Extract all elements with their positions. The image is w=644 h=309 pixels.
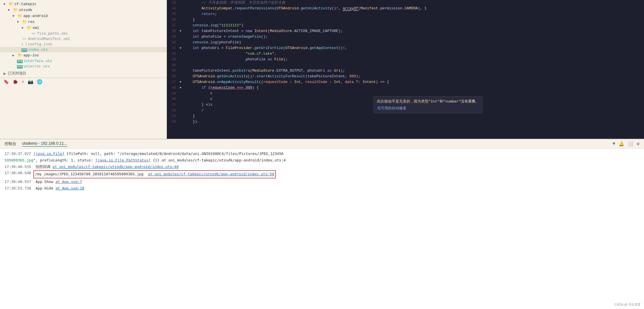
tree-arrow-spacer1: ▶ xyxy=(26,32,31,35)
console-area: 控制台 utsdemo - 192.168.0.11... ▼ 🔔 ⬜ ⚙ 17… xyxy=(0,139,644,309)
folder-icon-res: 📁 xyxy=(21,20,27,24)
fold-41[interactable]: ▼ xyxy=(178,45,183,51)
log-line-1b: 595009365.jpg ", prefixLength: 1, status… xyxy=(5,157,639,163)
log-line-5: 17:30:53.736 App Hide at App.vue:10 xyxy=(5,186,639,191)
toolbar-icon-camera[interactable]: 📷 xyxy=(28,79,33,85)
code-line-39: 39 let photoFile = createImageFile(); xyxy=(167,34,644,40)
tree-arrow-spacer5: ▶ xyxy=(12,59,17,63)
fold-38[interactable]: ▼ xyxy=(178,28,183,34)
toolbar-icon-bookmark[interactable]: 🔖 xyxy=(3,79,9,85)
code-editor: 33 // 不具备权限，申请权限，并且告知用户监听失败 34 ActivityC… xyxy=(167,0,644,139)
uts-icon-index: UTS xyxy=(21,48,27,52)
code-line-43: 43 photoFile as File); xyxy=(167,57,644,62)
log-line-2: 17:30:40.535 拍照回调 at uni_modules/cf-take… xyxy=(5,164,639,170)
tooltip-action[interactable]: 无可用的自动修复 xyxy=(377,106,479,111)
log-link-index-50[interactable]: at uni_modules/cf-takepic/utssdk/app-and… xyxy=(148,172,274,176)
tree-arrow-res[interactable]: ▼ xyxy=(17,20,21,24)
tree-label-xml: xml xyxy=(33,26,39,30)
tree-arrow-app-ios[interactable]: ▶ xyxy=(12,54,17,57)
xml-icon-file-paths: <> xyxy=(31,32,36,35)
tree-item-res[interactable]: ▼ 📁 res xyxy=(0,19,167,25)
tree-item-app-android[interactable]: ▼ 📁 app-android xyxy=(0,13,167,19)
tree-item-android-manifest[interactable]: ▶ <> AndroidManifest.xml xyxy=(0,36,167,42)
log-link-java-file[interactable]: [java.io.File] xyxy=(33,151,64,157)
log-link-path-status[interactable]: [java.io.File.PathStatus] xyxy=(95,157,151,163)
tree-arrow-app-android[interactable]: ▼ xyxy=(12,14,17,18)
log-link-index-49[interactable]: at uni_modules/cf-takepic/utssdk/app-and… xyxy=(53,164,179,170)
code-line-33: 33 // 不具备权限，申请权限，并且告知用户监听失败 xyxy=(167,0,644,6)
tree-label-app-ios: app-ios xyxy=(23,53,39,57)
tree-item-unierror-uts[interactable]: ▶ UTS unierror.uts xyxy=(0,64,167,69)
console-external-icon[interactable]: ⬜ xyxy=(628,141,633,147)
code-line-53: 53 } xyxy=(167,113,644,119)
tree-item-interface-uts[interactable]: ▶ UTS interface.uts xyxy=(0,58,167,64)
code-content[interactable]: 33 // 不具备权限，申请权限，并且告知用户监听失败 34 ActivityC… xyxy=(167,0,644,139)
closed-projects[interactable]: ▶ 已关闭项目 xyxy=(0,69,167,78)
console-tab-label[interactable]: 控制台 xyxy=(5,141,16,146)
log-highlight-path: /my_images/JPEG_123456789_28581107465950… xyxy=(33,170,276,178)
tree-label-index-uts: index.uts xyxy=(28,48,48,52)
tooltip-box: 此比较似乎是无意的，因为类型"Int"和"number"没有重叠。 无可用的自动… xyxy=(373,96,483,113)
tree-item-utssdk[interactable]: ▼ 📁 utssdk xyxy=(0,7,167,13)
console-header: 控制台 utsdemo - 192.168.0.11... ▼ 🔔 ⬜ ⚙ xyxy=(0,139,644,149)
toolbar-icon-lightning[interactable]: ⚡ xyxy=(21,79,24,85)
folder-icon-app-android: 📁 xyxy=(17,14,23,18)
tree-label-interface-uts: interface.uts xyxy=(23,59,52,63)
folder-icon-app-ios: 📁 xyxy=(17,53,23,58)
tree-label-utssdk: utssdk xyxy=(19,8,32,12)
folder-icon-xml: 📁 xyxy=(26,25,32,30)
tree-arrow-cf-takepic[interactable]: ▼ xyxy=(3,3,8,6)
tree-arrow-spacer6: ▶ xyxy=(12,65,17,68)
tree-label-config-json: config.json xyxy=(28,42,52,46)
tree-label-android-manifest: AndroidManifest.xml xyxy=(28,37,70,41)
tree-item-app-ios[interactable]: ▶ 📁 app-ios xyxy=(0,52,167,58)
fold-47[interactable]: ▼ xyxy=(178,79,183,85)
tree-arrow-xml[interactable]: ▼ xyxy=(21,26,26,30)
log-line-4: 17:30:40.557 App Show at App.vue:7 xyxy=(5,179,639,185)
code-line-46: 46 UTSAndroid.getUniActivity()!.startAct… xyxy=(167,74,644,79)
code-line-40: 40 console.log(photoFile) xyxy=(167,40,644,45)
code-line-54: 54 }). xyxy=(167,119,644,125)
log-link-app-vue-7[interactable]: at App.vue:7 xyxy=(55,179,82,185)
tree-arrow-spacer4: ▶ xyxy=(17,48,21,52)
uts-icon-unierror: UTS xyxy=(17,64,23,69)
toolbar-icon-globe[interactable]: 🌐 xyxy=(37,79,42,85)
tree-item-file-paths-xml[interactable]: ▶ <> file_paths.xml xyxy=(0,31,167,36)
xml-icon-manifest: <> xyxy=(21,37,27,41)
console-body: 17:30:37.927 [java.io.File] {filePath: n… xyxy=(0,149,644,309)
closed-projects-arrow: ▶ xyxy=(3,71,6,76)
main-area: ▼ 📁 cf-takepic ▼ 📁 utssdk ▼ 📁 app-androi… xyxy=(0,0,644,139)
code-line-44: 44 xyxy=(167,62,644,68)
code-line-42: 42 "com.cf.take", xyxy=(167,51,644,57)
console-device-label[interactable]: utsdemo - 192.168.0.11... xyxy=(22,141,67,147)
console-warning-icon[interactable]: 🔔 xyxy=(619,141,624,147)
log-link-app-vue-10[interactable]: at App.vue:10 xyxy=(55,186,84,191)
tree-label-unierror-uts: unierror.uts xyxy=(23,64,50,69)
closed-projects-label: 已关闭项目 xyxy=(8,71,26,76)
console-header-right: ▼ 🔔 ⬜ ⚙ xyxy=(613,141,639,147)
code-line-49: 49 c xyxy=(167,91,644,96)
tree-label-res: res xyxy=(28,20,35,24)
console-settings-icon[interactable]: ⚙ xyxy=(637,141,639,147)
console-dropdown-icon[interactable]: ▼ xyxy=(613,141,615,146)
tree-label-cf-takepic: cf-takepic xyxy=(14,2,36,6)
code-line-38: 38 ▼ let takePictureIntent = new Intent(… xyxy=(167,28,644,34)
tree-item-xml[interactable]: ▼ 📁 xml xyxy=(0,25,167,31)
code-line-37: 37 console.log("11111111") xyxy=(167,23,644,28)
code-line-41: 41 ▼ let photoUri = FileProvider.getUriF… xyxy=(167,45,644,51)
fold-48[interactable]: ▼ xyxy=(178,85,183,91)
tree-item-cf-takepic[interactable]: ▼ 📁 cf-takepic xyxy=(0,1,167,7)
tree-arrow-spacer3: ▶ xyxy=(17,42,21,46)
folder-icon-cf-takepic: 📁 xyxy=(8,2,14,7)
code-line-45: 45 takePictureIntent.putExtra(MediaStore… xyxy=(167,68,644,74)
tree-arrow-utssdk[interactable]: ▼ xyxy=(8,8,12,12)
toolbar-icon-bug[interactable]: 🐞 xyxy=(12,79,18,85)
code-line-47: 47 ▼ UTSAndroid.onAppActivityResult((req… xyxy=(167,79,644,85)
tooltip-warning: 此比较似乎是无意的，因为类型"Int"和"number"没有重叠。 xyxy=(377,99,479,104)
tree-item-config-json[interactable]: ▶ [ ] config.json xyxy=(0,42,167,47)
tree-label-file-paths-xml: file_paths.xml xyxy=(37,31,68,36)
code-line-36: 36 } xyxy=(167,17,644,23)
tree-label-app-android: app-android xyxy=(23,14,48,18)
tree-item-index-uts[interactable]: ▶ UTS index.uts xyxy=(0,47,167,52)
uts-icon-interface: UTS xyxy=(17,59,23,63)
